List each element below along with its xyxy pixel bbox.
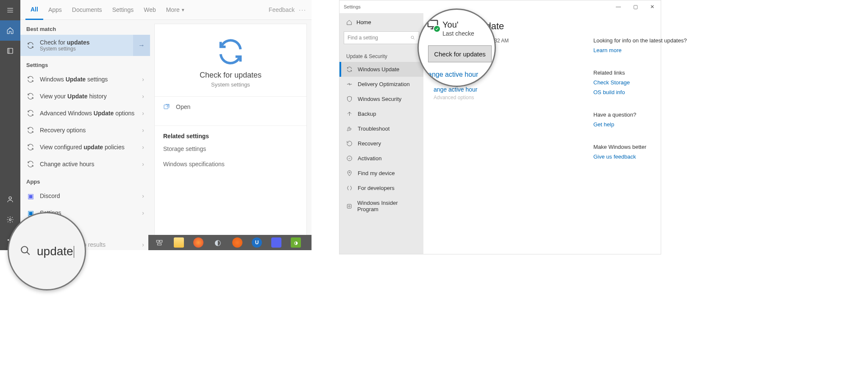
tab-apps[interactable]: Apps [43,0,67,20]
result-recovery-options[interactable]: Recovery options › [20,122,150,139]
close-button[interactable]: ✕ [644,0,661,13]
settings-right-column: Looking for info on the latest updates? … [593,37,687,176]
os-build-link[interactable]: OS build info [593,89,687,95]
firefox-icon[interactable] [193,237,203,248]
filter-tabs: All Apps Documents Settings Web More▼ Fe… [20,0,312,20]
sidebar-item-backup[interactable]: Backup [339,106,423,121]
status-title: You' [442,20,459,30]
status-subtitle: Last checke [442,30,490,37]
person-icon[interactable] [0,189,20,209]
taskview-icon[interactable] [154,237,164,248]
nvidia-icon[interactable]: ◑ [291,237,301,248]
give-feedback-link[interactable]: Give us feedback [593,153,687,160]
result-discord[interactable]: ▣ Discord › [20,187,150,204]
result-active-hours[interactable]: Change active hours › [20,156,150,173]
learn-more-link[interactable]: Learn more [593,47,687,53]
chevron-right-icon: › [142,241,144,248]
sidebar-item-activation[interactable]: Activation [339,151,423,166]
sync-icon [155,24,306,71]
check-for-updates-button[interactable]: Check for updates [428,45,492,62]
info-heading: Looking for info on the latest updates? [593,37,687,44]
sync-icon [26,126,35,134]
chevron-right-icon: › [142,93,144,100]
sidebar-home[interactable]: Home [339,13,423,31]
svg-rect-10 [158,243,161,245]
result-update-history[interactable]: View your Update history › [20,88,150,105]
result-update-policies[interactable]: View configured update policies › [20,139,150,156]
sidebar-item-insider[interactable]: Windows Insider Program [339,195,423,217]
tab-more[interactable]: More▼ [161,0,190,20]
sidebar-item-security[interactable]: Windows Security [339,92,423,106]
tab-settings[interactable]: Settings [107,0,139,20]
chevron-right-icon: › [142,161,144,167]
result-check-for-updates[interactable]: Check for updates System settings → [20,35,150,56]
expand-icon[interactable]: → [133,35,150,56]
chevron-right-icon: › [142,209,144,216]
app-icon: ▣ [26,192,35,200]
discord-icon[interactable] [271,237,281,248]
change-active-hours-link[interactable]: ange active hour [428,71,490,78]
explorer-icon[interactable] [174,237,184,248]
result-windows-update-settings[interactable]: Windows Update settings › [20,71,150,88]
svg-point-1 [9,197,11,199]
sync-icon [26,41,35,50]
feedback-link[interactable]: Feedback [269,6,295,13]
svg-point-2 [9,219,11,221]
zoom-search-input: update [8,212,86,290]
chevron-right-icon: › [142,144,144,151]
svg-point-11 [21,246,28,253]
sidebar-item-find-device[interactable]: Find my device [339,166,423,181]
sidebar-item-windows-update[interactable]: Windows Update [339,62,423,77]
section-best-match: Best match [20,20,150,35]
sync-icon [26,92,35,100]
preview-title: Check for updates [155,71,306,80]
recent-icon[interactable] [0,41,20,61]
section-apps: Apps [20,173,150,187]
related-winspec[interactable]: Windows specifications [155,156,306,172]
svg-point-12 [411,36,414,39]
result-advanced-update[interactable]: Advanced Windows Update options › [20,105,150,122]
chevron-right-icon: › [142,110,144,117]
tab-documents[interactable]: Documents [67,0,107,20]
origin-icon[interactable] [232,237,242,248]
home-icon[interactable] [0,20,20,41]
sidebar-item-developers[interactable]: For developers [339,181,423,195]
tab-web[interactable]: Web [139,0,161,20]
zoom-check-updates: You' Last checke Check for updates ange … [417,8,496,87]
tab-all[interactable]: All [25,0,43,20]
icon-rail [0,0,20,250]
status-ok-icon [426,18,439,31]
section-settings: Settings [20,56,150,71]
uplay-icon[interactable]: U [252,237,262,248]
chevron-right-icon: › [142,127,144,134]
hamburger-icon[interactable] [0,0,20,20]
svg-rect-9 [160,240,162,243]
feedback-heading: Make Windows better [593,144,687,150]
sidebar-item-delivery[interactable]: Delivery Optimization [339,77,423,92]
svg-point-3 [8,240,8,240]
preview-pane: Check for updates System settings Open R… [154,24,307,236]
sidebar-item-troubleshoot[interactable]: Troubleshoot [339,121,423,136]
svg-rect-0 [8,48,13,53]
related-settings-label: Related settings [155,126,306,141]
search-icon [20,245,31,258]
steam-icon[interactable]: ◐ [213,237,223,248]
get-help-link[interactable]: Get help [593,121,687,128]
related-links-heading: Related links [593,70,687,76]
settings-search[interactable]: Find a setting [344,31,419,44]
sidebar-item-recovery[interactable]: Recovery [339,136,423,151]
preview-subtitle: System settings [155,81,306,88]
related-storage[interactable]: Storage settings [155,141,306,156]
minimize-button[interactable]: — [610,0,627,13]
result-text: Check for updates System settings [40,39,144,52]
sync-icon [26,143,35,151]
maximize-button[interactable]: ▢ [627,0,644,13]
overflow-icon[interactable]: ··· [299,6,306,13]
open-icon [163,103,170,110]
svg-point-14 [349,172,350,173]
search-query[interactable]: update [37,245,74,258]
open-action[interactable]: Open [155,97,306,117]
check-storage-link[interactable]: Check Storage [593,79,687,86]
chevron-right-icon: › [142,76,144,83]
svg-rect-15 [347,204,351,208]
